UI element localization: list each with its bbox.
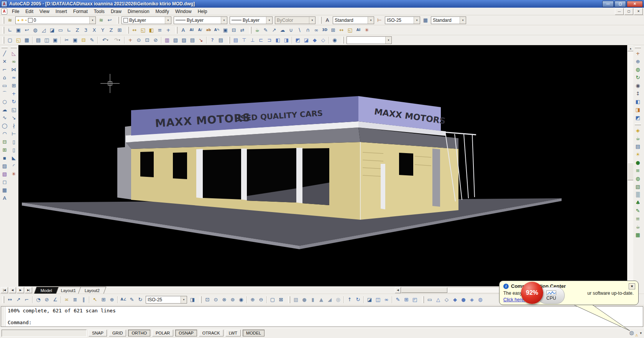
nw-isometric-icon[interactable]: ◇	[319, 36, 327, 44]
3d-pan-icon[interactable]: +	[634, 49, 642, 57]
setup-profile-icon[interactable]: ◰	[411, 296, 419, 304]
top-view-icon[interactable]: ⊤	[240, 36, 248, 44]
angular-dimension-icon[interactable]: ∠	[51, 296, 59, 304]
setup-view-icon[interactable]: ⊞	[402, 296, 411, 304]
status-toggle-grid[interactable]: GRID	[109, 330, 127, 336]
wedge-icon[interactable]: ◢	[325, 296, 334, 304]
radius-dimension-icon[interactable]: ◔	[34, 296, 43, 304]
toolbar-grip[interactable]	[200, 296, 202, 303]
2d-wireframe-icon[interactable]: ▭	[426, 296, 434, 304]
dropdown-caret-icon[interactable]: ▾	[266, 17, 272, 24]
scale-icon[interactable]: ◱	[10, 106, 18, 114]
last-tab-button[interactable]: ▶|	[25, 287, 32, 293]
landscape-edit-icon[interactable]: ✎	[634, 207, 642, 215]
cone-icon[interactable]: ▲	[317, 296, 325, 304]
toolbar-grip[interactable]	[2, 296, 4, 303]
rectangle-icon[interactable]: ▭	[0, 82, 9, 90]
toolbar-grip[interactable]	[320, 17, 322, 24]
menu-draw[interactable]: Draw	[108, 8, 125, 15]
fog-icon[interactable]: ▒	[634, 191, 642, 199]
statistics-icon[interactable]: ▦	[634, 231, 642, 239]
tray-caret-icon[interactable]: ▾	[640, 331, 642, 335]
toolbar-grip[interactable]	[2, 17, 4, 24]
ellipse-arc-icon[interactable]: ◠	[0, 130, 9, 138]
command-text-area[interactable]: 100% complete, 621 of 621 scan lines Com…	[5, 307, 643, 327]
toolbar-grip[interactable]	[2, 46, 8, 48]
named-views-icon[interactable]: ▤	[232, 36, 240, 44]
lights-icon[interactable]: ☀	[634, 150, 642, 158]
stretch-icon[interactable]: ↘	[10, 114, 18, 122]
toolbar-grip[interactable]	[288, 296, 290, 303]
world-ucs-icon[interactable]: ◍	[31, 26, 39, 34]
toolbar-grip[interactable]	[635, 46, 641, 48]
center-mark-icon[interactable]: ⊕	[108, 296, 116, 304]
single-line-text-icon[interactable]: AI	[187, 26, 196, 34]
front-clip-icon[interactable]: ◨	[634, 106, 642, 114]
explode-2-icon[interactable]: ✳	[10, 170, 18, 178]
zoom-previous-icon[interactable]: ⊘	[151, 36, 160, 44]
fillet-icon[interactable]: ◜	[10, 162, 18, 170]
scroll-left-icon[interactable]: ◀	[395, 287, 401, 293]
sheetset-manager-icon[interactable]: ▤	[188, 36, 197, 44]
origin-ucs-icon[interactable]: ∟	[65, 26, 73, 34]
sw-isometric-icon[interactable]: ◩	[294, 36, 302, 44]
dropdown-caret-icon[interactable]: ▾	[460, 17, 466, 24]
linear-dimension-icon[interactable]: ↔	[6, 296, 14, 304]
toolbar-grip[interactable]	[2, 37, 4, 44]
communication-center-icon[interactable]: ◍ ⚠	[629, 330, 637, 336]
union-icon[interactable]: ∪	[287, 26, 295, 34]
revision-cloud-icon[interactable]: ☁	[0, 106, 9, 114]
arc-text-icon[interactable]: AI	[354, 26, 363, 34]
dropdown-caret-icon[interactable]: ▾	[107, 39, 108, 42]
chamfer-icon[interactable]: ◣	[10, 154, 18, 162]
materials-icon[interactable]: ●	[634, 158, 642, 167]
dim-style-combo[interactable]: ISO-25▾	[385, 16, 420, 24]
make-object-layer-current-icon[interactable]: ≋	[97, 16, 105, 24]
doc-restore-button[interactable]: ▢	[624, 8, 633, 15]
menu-dimension[interactable]: Dimension	[125, 8, 153, 15]
move-icon[interactable]: +	[10, 90, 18, 98]
mirror-icon[interactable]: ⋈	[10, 65, 18, 73]
command-prompt[interactable]: Command:	[8, 320, 641, 325]
plot-preview-icon[interactable]: ◫	[43, 36, 51, 44]
box-icon[interactable]: ▧	[292, 296, 300, 304]
y-rotate-ucs-icon[interactable]: Y	[99, 26, 107, 34]
menu-window[interactable]: Window	[172, 8, 195, 15]
dropdown-caret-icon[interactable]: ▾	[414, 17, 420, 24]
dim-style-control-combo[interactable]: ISO-25▾	[146, 296, 187, 304]
hatch-icon[interactable]: ▨	[0, 162, 9, 170]
3d-adjust-clip-planes-icon[interactable]: ◧	[634, 98, 642, 106]
gouraud-edges-icon[interactable]: ◍	[476, 296, 485, 304]
vertical-scrollbar[interactable]: ▲ ▼	[627, 45, 633, 286]
balloon-close-icon[interactable]: ✕	[629, 283, 635, 289]
point-icon[interactable]: ▪	[0, 154, 9, 162]
layer-previous-icon[interactable]: ↩	[105, 16, 114, 24]
vertical-scroll-thumb[interactable]	[628, 163, 634, 180]
camera-icon[interactable]: ◉	[330, 36, 339, 44]
trim-icon[interactable]: ∤	[10, 122, 18, 130]
extrude-2-icon[interactable]: ↑	[345, 296, 354, 304]
erase-icon[interactable]: ◺	[10, 49, 18, 57]
bottom-view-icon[interactable]: ⊥	[248, 36, 257, 44]
etransmit-icon[interactable]: ▤	[217, 36, 225, 44]
extend-icon[interactable]: ⊢	[10, 130, 18, 138]
3d-swivel-icon[interactable]: ◉	[634, 82, 642, 90]
gradient-icon[interactable]: ▧	[0, 170, 9, 178]
doc-minimize-button[interactable]: —	[615, 8, 624, 15]
solids-area-icon[interactable]: ◱	[346, 26, 354, 34]
dimension-text-edit-icon[interactable]: ✎	[128, 296, 136, 304]
break-at-point-icon[interactable]: ▯	[10, 138, 18, 146]
offset-icon[interactable]: ≈	[10, 73, 18, 82]
pan-realtime-icon[interactable]: +	[126, 36, 135, 44]
mass-properties-icon[interactable]: ◧	[147, 26, 156, 34]
menu-modify[interactable]: Modify	[153, 8, 172, 15]
layer-properties-manager-icon[interactable]: ≋	[6, 16, 14, 24]
zoom-dynamic-icon[interactable]: ⊙	[212, 296, 220, 304]
3d-icon[interactable]: 3D	[320, 26, 329, 34]
polyline-edit-icon[interactable]: ✎	[261, 26, 270, 34]
status-toggle-lwt[interactable]: LWT	[225, 330, 241, 336]
doc-close-button[interactable]: ✕	[634, 8, 643, 15]
dim-style-manager-icon[interactable]: ⊢	[375, 16, 384, 24]
ucs-icon[interactable]: ∟	[6, 26, 14, 34]
section-icon[interactable]: ◫	[374, 296, 382, 304]
